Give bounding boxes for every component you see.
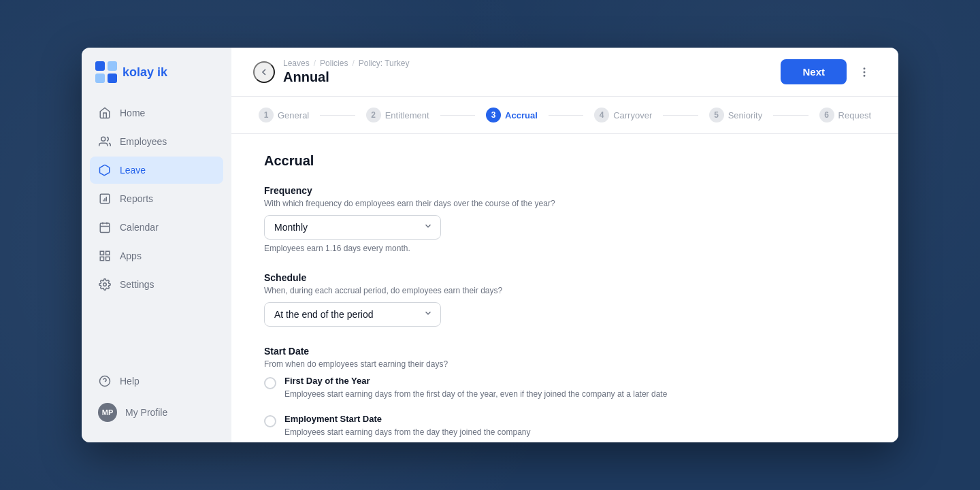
breadcrumb-sep-2: / [352, 59, 354, 68]
sidebar-item-employees-label: Employees [120, 136, 167, 147]
page-title: Annual [283, 69, 409, 85]
step-carryover-label: Carryover [613, 110, 652, 120]
radio-employment-start-desc: Employees start earning days from the da… [284, 426, 531, 438]
svg-point-4 [101, 137, 105, 141]
step-accrual[interactable]: 3 Accrual [480, 108, 543, 122]
step-seniority-number: 5 [709, 108, 724, 122]
sidebar-item-apps-label: Apps [120, 250, 142, 261]
grid-icon [98, 249, 112, 263]
schedule-description: When, during each accrual period, do emp… [264, 286, 866, 295]
radio-option-first-day[interactable]: First Day of the Year Employees start ea… [264, 376, 866, 400]
radio-first-day-title: First Day of the Year [284, 376, 667, 386]
sidebar-item-help-label: Help [120, 376, 140, 387]
sidebar-item-settings-label: Settings [120, 279, 154, 290]
sidebar-item-leave-label: Leave [120, 165, 146, 176]
step-request[interactable]: 6 Request [814, 108, 877, 122]
sidebar-item-home-label: Home [120, 108, 145, 118]
header: Leaves / Policies / Policy: Turkey Annua… [231, 48, 898, 97]
app-window: kolay ik Home Employees [82, 48, 898, 442]
schedule-select-wrapper: At the end of the period At the start of… [264, 302, 441, 327]
radio-employment-start-title: Employment Start Date [284, 414, 531, 424]
question-icon [98, 374, 112, 388]
radio-first-day-desc: Employees start earning days from the fi… [284, 388, 667, 400]
breadcrumb-policy[interactable]: Policy: Turkey [359, 59, 410, 68]
step-request-number: 6 [819, 108, 834, 122]
step-entitlement-label: Entitlement [385, 110, 429, 120]
calendar-icon [98, 220, 112, 234]
svg-rect-0 [95, 61, 105, 71]
frequency-description: With which frequency do employees earn t… [264, 199, 866, 208]
step-divider-1 [320, 115, 355, 116]
steps-bar: 1 General 2 Entitlement 3 Accrual 4 Carr… [231, 97, 898, 134]
start-date-label: Start Date [264, 346, 866, 357]
step-divider-4 [663, 115, 698, 116]
frequency-group: Frequency With which frequency do employ… [264, 185, 866, 253]
svg-rect-1 [108, 61, 117, 71]
step-general[interactable]: 1 General [253, 108, 314, 122]
radio-option-employment-start[interactable]: Employment Start Date Employees start ea… [264, 414, 866, 438]
sidebar-item-apps[interactable]: Apps [90, 242, 223, 270]
step-seniority[interactable]: 5 Seniority [704, 108, 768, 122]
breadcrumb-policies[interactable]: Policies [320, 59, 348, 68]
accrual-section-title: Accrual [264, 153, 866, 169]
sidebar-item-calendar[interactable]: Calendar [90, 214, 223, 241]
svg-rect-14 [106, 251, 110, 255]
sidebar-item-profile[interactable]: MP My Profile [90, 396, 223, 429]
avatar: MP [98, 403, 117, 422]
sidebar-item-leave[interactable]: Leave [90, 157, 223, 184]
svg-rect-2 [95, 74, 105, 83]
step-carryover[interactable]: 4 Carryover [589, 108, 657, 122]
svg-point-20 [864, 68, 865, 69]
step-divider-2 [440, 115, 475, 116]
sidebar-item-reports[interactable]: Reports [90, 185, 223, 212]
schedule-group: Schedule When, during each accrual perio… [264, 272, 866, 327]
people-icon [98, 135, 112, 148]
content-area: Accrual Frequency With which frequency d… [231, 134, 898, 442]
step-general-label: General [278, 110, 309, 120]
sidebar-item-reports-label: Reports [120, 193, 153, 204]
more-button[interactable] [852, 60, 877, 84]
sidebar-item-settings[interactable]: Settings [90, 271, 223, 298]
header-left: Leaves / Policies / Policy: Turkey Annua… [253, 59, 409, 85]
breadcrumb: Leaves / Policies / Policy: Turkey Annua… [283, 59, 409, 85]
radio-employment-start[interactable] [264, 415, 276, 427]
start-date-group: Start Date From when do employees start … [264, 346, 866, 442]
step-entitlement[interactable]: 2 Entitlement [361, 108, 435, 122]
home-icon [98, 106, 112, 120]
step-divider-5 [773, 115, 808, 116]
radio-first-day[interactable] [264, 377, 276, 389]
radio-group: First Day of the Year Employees start ea… [264, 376, 866, 442]
step-entitlement-number: 2 [366, 108, 381, 122]
svg-rect-16 [106, 257, 110, 261]
svg-point-22 [864, 75, 865, 76]
frequency-label: Frequency [264, 185, 866, 196]
sidebar-item-employees[interactable]: Employees [90, 128, 223, 155]
sidebar-item-home[interactable]: Home [90, 99, 223, 127]
schedule-select[interactable]: At the end of the period At the start of… [264, 302, 441, 327]
frequency-select-wrapper: Monthly Annually Semi-Monthly Weekly [264, 215, 441, 240]
plane-icon [98, 163, 112, 177]
frequency-select[interactable]: Monthly Annually Semi-Monthly Weekly [264, 215, 441, 240]
step-accrual-number: 3 [486, 108, 501, 122]
gear-icon [98, 278, 112, 291]
bar-chart-icon [98, 192, 112, 206]
step-request-label: Request [838, 110, 871, 120]
svg-rect-3 [108, 74, 117, 83]
step-divider-3 [549, 115, 583, 116]
sidebar-item-calendar-label: Calendar [120, 222, 159, 233]
sidebar-item-profile-label: My Profile [125, 407, 167, 418]
step-accrual-label: Accrual [505, 110, 538, 120]
breadcrumb-sep-1: / [314, 59, 316, 68]
svg-rect-13 [100, 251, 103, 255]
step-seniority-label: Seniority [728, 110, 763, 120]
next-button[interactable]: Next [781, 59, 847, 84]
frequency-hint: Employees earn 1.16 days every month. [264, 244, 866, 253]
logo: kolay ik [82, 61, 231, 99]
main-content: Leaves / Policies / Policy: Turkey Annua… [231, 48, 898, 442]
logo-text: kolay ik [122, 65, 167, 80]
nav-bottom: Help MP My Profile [82, 368, 231, 429]
radio-first-day-content: First Day of the Year Employees start ea… [284, 376, 667, 400]
sidebar-item-help[interactable]: Help [90, 368, 223, 395]
back-button[interactable] [253, 61, 275, 83]
breadcrumb-leaves[interactable]: Leaves [283, 59, 310, 68]
